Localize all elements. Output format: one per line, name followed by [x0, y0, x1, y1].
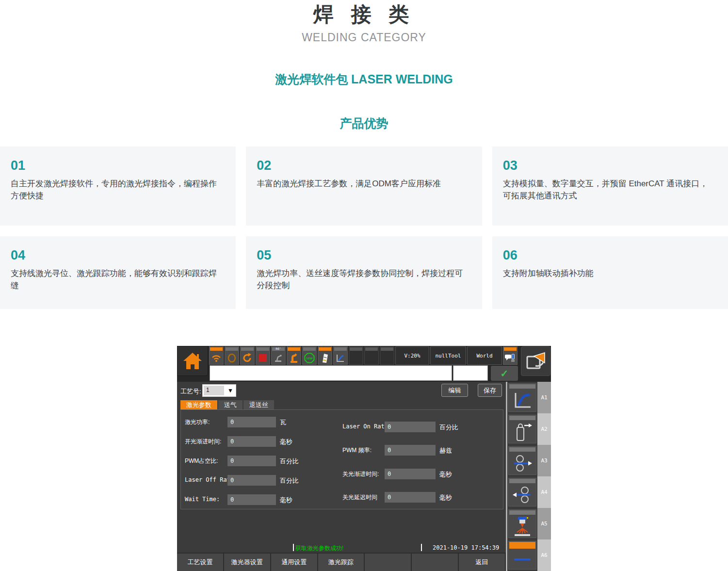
wait-time-input[interactable]: [227, 494, 276, 505]
laser-device-settings-button[interactable]: 激光器设置: [224, 553, 271, 571]
sidebar-item-a2[interactable]: A2: [507, 413, 551, 445]
process-settings-button[interactable]: 工艺设置: [177, 553, 224, 571]
toolbar-empty-cell: [380, 346, 394, 365]
card-number: 01: [11, 158, 223, 173]
status-cursor: [293, 544, 294, 551]
laser-off-delay-input[interactable]: [385, 492, 436, 503]
section-title-advantages: 产品优势: [0, 115, 728, 131]
tab-gas-feed[interactable]: 送气: [218, 400, 243, 409]
process-number-value: 1: [204, 386, 224, 395]
card-text: 激光焊功率、送丝速度等焊接参数协同控制，焊接过程可分段控制: [257, 268, 469, 292]
field-unit: 瓦: [280, 418, 286, 427]
field-unit: 毫秒: [280, 496, 292, 505]
refresh-icon: [241, 351, 254, 364]
sidebar-item-a4[interactable]: A4: [507, 476, 551, 508]
field-unit: 毫秒: [280, 438, 292, 446]
tab-laser-params[interactable]: 激光参数: [180, 400, 217, 409]
frame-indicator[interactable]: World: [467, 346, 502, 365]
stop-square-button[interactable]: [256, 346, 270, 365]
advantage-card-3: 03 支持模拟量、数字量交互，并预留 EtherCAT 通讯接口，可拓展其他通讯…: [492, 147, 728, 226]
advantage-card-2: 02 丰富的激光焊接工艺参数，满足ODM客户应用标准: [246, 147, 482, 226]
card-text: 丰富的激光焊接工艺参数，满足ODM客户应用标准: [257, 178, 469, 190]
save-button[interactable]: 保存: [478, 384, 502, 397]
field-unit: 百分比: [439, 423, 458, 432]
velocity-indicator[interactable]: V:20%: [395, 346, 429, 365]
sidebar-label: A4: [537, 476, 551, 508]
laser-off-ramp-input[interactable]: [385, 469, 436, 479]
robot-arm-icon: [287, 351, 301, 364]
card-number: 03: [503, 158, 715, 173]
parameter-tabs: 激光参数 送气 退送丝: [180, 400, 274, 409]
sidebar-item-a3[interactable]: A3: [507, 445, 551, 476]
home-button[interactable]: [177, 346, 208, 376]
stop-sign-label: STOP: [306, 357, 313, 359]
general-settings-button[interactable]: 通用设置: [271, 553, 318, 571]
export-icon: [525, 351, 547, 372]
command-aux-box[interactable]: [453, 365, 488, 381]
tool-indicator[interactable]: nullTool: [430, 346, 466, 365]
sidebar-label: A2: [537, 413, 551, 445]
laser-welding-software-screenshot: R6': [177, 346, 551, 571]
chart-curve-button[interactable]: [333, 346, 348, 365]
laser-on-ramp-input[interactable]: [227, 436, 276, 447]
field-label: 关光延迟时间: [342, 493, 377, 502]
advantage-card-1: 01 自主开发激光焊接软件，专用的激光焊接指令，编程操作方便快捷: [0, 147, 236, 226]
field-label: Laser On Rat:: [342, 423, 388, 430]
pwm-duty-input[interactable]: [227, 456, 276, 466]
card-number: 04: [11, 248, 223, 263]
check-icon: ✓: [501, 368, 509, 379]
laser-on-rat-input[interactable]: [385, 422, 436, 432]
chevron-down-icon: ▼: [225, 385, 236, 396]
field-label: Laser Off Rat:: [185, 476, 234, 483]
card-number: 05: [257, 248, 469, 263]
wire-retract-icon: [509, 484, 536, 506]
advantage-card-5: 05 激光焊功率、送丝速度等焊接参数协同控制，焊接过程可分段控制: [246, 236, 482, 309]
wifi-button[interactable]: [209, 346, 224, 365]
sidebar-item-a1[interactable]: A1: [507, 382, 551, 413]
confirm-button[interactable]: ✓: [491, 366, 518, 381]
empty-button: [412, 553, 459, 571]
sidebar-item-a5[interactable]: A5: [507, 508, 551, 539]
stop-sign-button[interactable]: STOP: [302, 346, 317, 365]
laser-power-input[interactable]: [227, 417, 276, 427]
sidebar-label: A1: [537, 382, 551, 413]
empty-button: [365, 553, 412, 571]
hand-write-icon: [318, 351, 332, 364]
status-timestamp: 2021-10-19 17:54:39: [433, 544, 499, 551]
process-number-dropdown[interactable]: 1 ▼: [202, 384, 236, 397]
command-input[interactable]: [210, 365, 452, 381]
field-label: 激光功率:: [185, 418, 210, 426]
field-unit: 毫秒: [439, 470, 452, 479]
page-subtitle: WELDING CATEGORY: [0, 31, 728, 44]
back-button[interactable]: 返回: [459, 553, 506, 571]
refresh-button[interactable]: [240, 346, 255, 365]
export-button[interactable]: [521, 346, 550, 376]
field-label: 开光渐进时间:: [185, 438, 221, 446]
edit-button[interactable]: 编辑: [441, 384, 468, 397]
robot-arm-button[interactable]: [287, 346, 301, 365]
chat-device-button[interactable]: [503, 346, 518, 365]
status-message: 获取激光参数成功!: [295, 544, 343, 553]
toolbar-icons: R6': [209, 346, 518, 365]
robot-icon: [272, 351, 285, 364]
process-number-label: 工艺号:: [180, 387, 201, 396]
laser-tracking-button[interactable]: 激光跟踪: [318, 553, 365, 571]
card-text: 支持模拟量、数字量交互，并预留 EtherCAT 通讯接口，可拓展其他通讯方式: [503, 178, 715, 202]
tab-wire-retract[interactable]: 退送丝: [243, 400, 274, 409]
stop-sign-icon: STOP: [303, 351, 316, 364]
sidebar-item-a6[interactable]: A6: [507, 539, 551, 571]
field-unit: 百分比: [280, 457, 299, 466]
laser-track-icon: [509, 549, 536, 569]
field-label: PWM占空比:: [185, 457, 218, 465]
wifi-icon: [210, 351, 223, 364]
laser-off-rat-input[interactable]: [227, 475, 276, 486]
hand-write-button[interactable]: [318, 346, 332, 365]
robot-status-button[interactable]: R6': [271, 346, 286, 365]
sidebar-label: A3: [537, 445, 551, 476]
circle-button[interactable]: [225, 346, 239, 365]
pwm-frequency-input[interactable]: [385, 445, 436, 456]
right-sidebar: A1 A2: [507, 382, 551, 571]
card-text: 支持线激光寻位、激光跟踪功能，能够有效识别和跟踪焊缝: [11, 268, 223, 292]
card-number: 02: [257, 158, 469, 173]
robot-tag: R6': [272, 347, 285, 351]
